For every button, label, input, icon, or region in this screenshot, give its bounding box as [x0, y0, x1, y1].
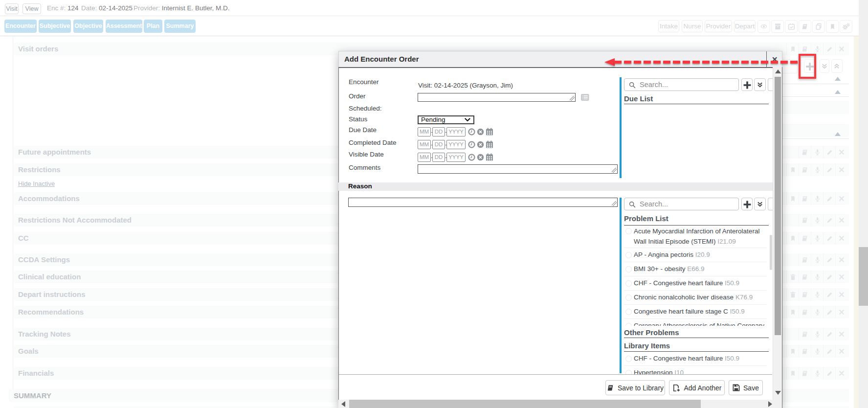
- microphone-icon[interactable]: [811, 271, 823, 283]
- microphone-icon[interactable]: [811, 146, 823, 159]
- due-expand-button[interactable]: [754, 78, 766, 91]
- problem-expand-button[interactable]: [754, 198, 766, 210]
- comments-input[interactable]: [418, 164, 618, 174]
- microphone-icon[interactable]: [811, 328, 823, 340]
- archive-icon-button[interactable]: [771, 20, 784, 33]
- visible-date-year-input[interactable]: YYYY: [446, 153, 466, 162]
- problem-list-item[interactable]: Acute Myocardial Infarction of Anterolat…: [624, 226, 767, 248]
- book-icon[interactable]: [799, 232, 811, 245]
- due-date-year-input[interactable]: YYYY: [446, 127, 466, 136]
- radio-icon[interactable]: [625, 280, 632, 287]
- collapse-triangle-icon[interactable]: [835, 77, 841, 81]
- resize-grip[interactable]: [612, 201, 617, 206]
- xmark-icon[interactable]: [835, 146, 847, 159]
- calendar-icon[interactable]: [486, 153, 493, 161]
- xmark-icon[interactable]: [835, 253, 847, 266]
- problem-list-scrollbar-thumb[interactable]: [770, 235, 772, 270]
- problem-list-item[interactable]: Chronic nonalcoholic liver disease K76.9: [624, 291, 767, 305]
- visible-date-month-input[interactable]: MM: [418, 153, 431, 162]
- xmark-icon[interactable]: [835, 271, 847, 283]
- nav-summary-button[interactable]: Summary: [164, 20, 196, 33]
- book-icon[interactable]: [799, 146, 811, 159]
- bookmark-icon[interactable]: [786, 192, 799, 205]
- xmark-icon[interactable]: [835, 192, 847, 205]
- microphone-icon[interactable]: [811, 253, 823, 266]
- pencil-icon[interactable]: [823, 288, 835, 301]
- due-date-month-input[interactable]: MM: [418, 127, 431, 136]
- provider-button[interactable]: Provider: [705, 20, 732, 32]
- resize-grip[interactable]: [570, 96, 575, 101]
- page-scrollbar-thumb[interactable]: [859, 247, 868, 306]
- pencil-icon[interactable]: [823, 192, 835, 205]
- gears-icon-button[interactable]: [840, 20, 852, 33]
- microphone-icon[interactable]: [811, 306, 823, 318]
- pencil-icon[interactable]: [823, 253, 835, 266]
- problem-search-box[interactable]: Search...: [624, 198, 739, 210]
- pencil-icon[interactable]: [823, 232, 835, 245]
- order-input[interactable]: [418, 93, 576, 102]
- nav-encounter-button[interactable]: Encounter: [4, 20, 37, 33]
- bookmark-icon[interactable]: [786, 345, 799, 358]
- book-icon[interactable]: [799, 163, 811, 176]
- calendar-check-icon-button[interactable]: [785, 20, 798, 33]
- due-search-box[interactable]: Search...: [624, 78, 739, 91]
- depart-button[interactable]: Depart: [734, 20, 756, 32]
- bookmark-icon[interactable]: [786, 232, 799, 245]
- completed-date-month-input[interactable]: MM: [418, 140, 431, 149]
- save-button[interactable]: Save: [729, 380, 763, 395]
- visit-tab[interactable]: Visit: [5, 3, 19, 14]
- bookmark-icon[interactable]: [786, 306, 799, 318]
- radio-icon[interactable]: [625, 370, 632, 374]
- pencil-icon[interactable]: [823, 345, 835, 358]
- problem-list-item[interactable]: AP - Angina pectoris I20.9: [624, 248, 767, 262]
- radio-icon[interactable]: [625, 356, 632, 362]
- xmark-icon[interactable]: [835, 328, 847, 340]
- radio-icon[interactable]: [625, 309, 632, 315]
- clock-icon[interactable]: [468, 154, 475, 161]
- order-list-button[interactable]: [580, 93, 590, 102]
- clear-circle-icon[interactable]: [477, 128, 484, 136]
- xmark-icon[interactable]: [835, 43, 847, 55]
- book-icon[interactable]: [799, 288, 811, 301]
- completed-date-day-input[interactable]: DD: [432, 140, 445, 149]
- clear-circle-icon[interactable]: [477, 141, 484, 148]
- pencil-icon[interactable]: [823, 43, 835, 55]
- problem-list-item[interactable]: CHF - Congestive heart failure I50.9: [624, 276, 767, 291]
- book-icon[interactable]: [799, 214, 811, 227]
- pencil-icon[interactable]: [823, 271, 835, 283]
- problem-add-button[interactable]: [741, 198, 753, 210]
- reason-input[interactable]: [348, 198, 618, 207]
- due-add-button[interactable]: [741, 78, 753, 91]
- nav-subjective-button[interactable]: Subjective: [39, 20, 71, 33]
- xmark-icon[interactable]: [835, 288, 847, 301]
- nav-objective-button[interactable]: Objective: [73, 20, 103, 33]
- bookmark-icon[interactable]: [786, 163, 799, 176]
- xmark-icon[interactable]: [835, 163, 847, 176]
- radio-icon[interactable]: [625, 323, 632, 326]
- scroll-down-arrow-icon[interactable]: [775, 391, 781, 395]
- pencil-icon[interactable]: [823, 328, 835, 340]
- xmark-icon[interactable]: [835, 345, 847, 358]
- book-icon[interactable]: [799, 271, 811, 283]
- dialog-vscroll-thumb[interactable]: [775, 77, 781, 335]
- book-icon[interactable]: [799, 306, 811, 318]
- status-select[interactable]: Pending: [418, 115, 474, 124]
- eye-icon-button[interactable]: [757, 20, 770, 33]
- nav-assessment-button[interactable]: Assessment: [106, 20, 142, 33]
- copy-icon-button[interactable]: [812, 20, 825, 33]
- dialog-horizontal-scrollbar[interactable]: [338, 400, 782, 408]
- problem-list-item[interactable]: Congestive heart failure stage C I50.9: [624, 305, 767, 319]
- resize-grip[interactable]: [612, 168, 617, 173]
- hide-inactive-link[interactable]: Hide Inactive: [18, 180, 55, 187]
- problem-list-item[interactable]: Hypertension I10: [624, 366, 767, 374]
- dialog-vertical-scrollbar[interactable]: [773, 67, 782, 400]
- trash-icon[interactable]: [786, 271, 799, 283]
- microphone-icon[interactable]: [811, 163, 823, 176]
- microphone-icon[interactable]: [811, 345, 823, 358]
- visit-orders-collapse-button[interactable]: [831, 59, 843, 73]
- book-icon[interactable]: [799, 328, 811, 340]
- clock-icon[interactable]: [468, 141, 475, 148]
- bookmark-icon[interactable]: [786, 43, 799, 55]
- nurse-button[interactable]: Nurse: [682, 20, 703, 32]
- nav-plan-button[interactable]: Plan: [144, 20, 162, 33]
